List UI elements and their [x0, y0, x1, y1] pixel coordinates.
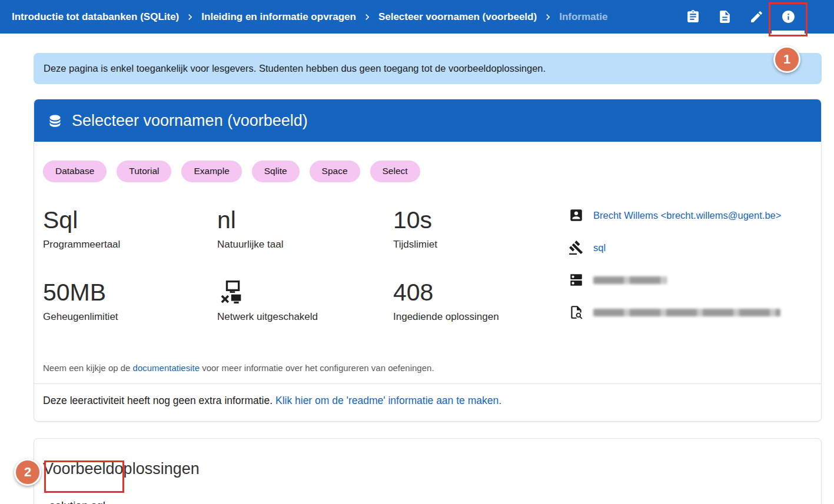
- file-search-icon: [569, 305, 584, 320]
- judge-link[interactable]: sql: [593, 242, 606, 253]
- stat-label: Netwerk uitgeschakeld: [217, 311, 393, 323]
- teacher-only-alert: Deze pagina is enkel toegankelijk voor l…: [34, 53, 822, 84]
- edit-icon: [749, 9, 764, 24]
- solution-file-link[interactable]: solution.sql: [43, 491, 812, 504]
- stat-label: Tijdslimiet: [393, 239, 569, 251]
- tag-example[interactable]: Example: [181, 161, 241, 182]
- solution-file-list: solution.sql: [43, 491, 812, 504]
- meta-author-row: Brecht Willems <brecht.willems@ugent.be>: [569, 208, 812, 223]
- stat-label: Natuurlijke taal: [217, 239, 393, 251]
- database-icon: [47, 113, 63, 129]
- edit-tab-button[interactable]: [743, 0, 769, 34]
- stat-network-disabled: Netwerk uitgeschakeld: [217, 278, 393, 337]
- solutions-card: Voorbeeldoplossingen solution.sql: [34, 438, 822, 504]
- stat-label: Programmeertaal: [43, 239, 217, 251]
- exercise-details: Sql Programmeertaal nl Natuurlijke taal …: [43, 206, 812, 337]
- person-icon: [569, 208, 584, 223]
- exercise-card-header: Selecteer voornamen (voorbeeld): [34, 99, 821, 142]
- assignment-tab-button[interactable]: [680, 0, 706, 34]
- stat-label: Ingediende oplossingen: [393, 311, 569, 323]
- topbar-actions: [674, 0, 801, 34]
- create-readme-link[interactable]: Klik hier om de 'readme' informatie aan …: [275, 395, 501, 406]
- tag-space[interactable]: Space: [310, 161, 360, 182]
- exercise-info-card: Selecteer voornamen (voorbeeld) Database…: [34, 99, 822, 422]
- network-disabled-icon: [217, 278, 393, 306]
- redacted-config-value: [593, 309, 780, 316]
- tag-tutorial[interactable]: Tutorial: [117, 161, 171, 182]
- breadcrumb-item-current: Informatie: [559, 11, 607, 23]
- breadcrumb-item-series[interactable]: Inleiding en informatie opvragen: [201, 11, 356, 23]
- breadcrumb-item-course[interactable]: Introductie tot databanken (SQLite): [12, 11, 179, 23]
- tag-select[interactable]: Select: [370, 161, 420, 182]
- stat-value: 10s: [393, 206, 569, 234]
- assignment-icon: [686, 9, 700, 24]
- documentation-note-prefix: Neem een kijkje op de: [43, 363, 133, 373]
- meta-config-row: [569, 305, 812, 321]
- breadcrumb: Introductie tot databanken (SQLite) Inle…: [12, 11, 607, 23]
- meta-column: Brecht Willems <brecht.willems@ugent.be>…: [569, 206, 812, 337]
- annotation-callout-1: 1: [773, 46, 800, 73]
- readme-note: Deze leeractiviteit heeft nog geen extra…: [34, 383, 821, 421]
- stat-value: 408: [393, 278, 569, 306]
- documentation-link[interactable]: documentatiesite: [133, 363, 200, 373]
- documentation-note-suffix: voor meer informatie over het configurer…: [200, 363, 434, 373]
- stat-programming-language: Sql Programmeertaal: [43, 206, 217, 265]
- breadcrumb-item-exercise[interactable]: Selecteer voornamen (voorbeeld): [378, 11, 537, 23]
- chevron-right-icon: [542, 11, 554, 23]
- stat-label: Geheugenlimitiet: [43, 311, 217, 323]
- info-tab-button[interactable]: [775, 0, 801, 34]
- info-icon: [781, 9, 796, 24]
- tag-list: Database Tutorial Example Sqlite Space S…: [43, 161, 812, 182]
- meta-judge-row: sql: [569, 240, 812, 256]
- exercise-card-body: Database Tutorial Example Sqlite Space S…: [34, 142, 821, 421]
- alert-text: Deze pagina is enkel toegankelijk voor l…: [44, 63, 546, 74]
- server-icon: [569, 272, 584, 288]
- solutions-title: Voorbeeldoplossingen: [43, 460, 812, 478]
- meta-repository-row: [569, 272, 812, 288]
- stat-value: 50MB: [43, 278, 217, 306]
- stat-value: nl: [217, 206, 393, 234]
- stat-submissions: 408 Ingediende oplossingen: [393, 278, 569, 337]
- stat-natural-language: nl Natuurlijke taal: [217, 206, 393, 265]
- description-icon: [717, 9, 732, 24]
- gavel-icon: [569, 240, 584, 255]
- readme-note-text: Deze leeractiviteit heeft nog geen extra…: [43, 395, 275, 406]
- chevron-right-icon: [184, 11, 196, 23]
- page-title: Selecteer voornamen (voorbeeld): [72, 112, 308, 130]
- stat-memory-limit: 50MB Geheugenlimitiet: [43, 278, 217, 337]
- chevron-right-icon: [361, 11, 373, 23]
- author-link[interactable]: Brecht Willems <brecht.willems@ugent.be>: [593, 210, 781, 221]
- description-tab-button[interactable]: [712, 0, 737, 34]
- tag-database[interactable]: Database: [43, 161, 107, 182]
- documentation-note: Neem een kijkje op de documentatiesite v…: [43, 363, 812, 373]
- stat-time-limit: 10s Tijdslimiet: [393, 206, 569, 265]
- top-navigation-bar: Introductie tot databanken (SQLite) Inle…: [0, 0, 834, 34]
- stats-grid: Sql Programmeertaal nl Natuurlijke taal …: [43, 206, 569, 337]
- stat-value: Sql: [43, 206, 217, 234]
- tag-sqlite[interactable]: Sqlite: [252, 161, 300, 182]
- redacted-repository-value: [593, 276, 667, 284]
- annotation-callout-2: 2: [14, 459, 41, 486]
